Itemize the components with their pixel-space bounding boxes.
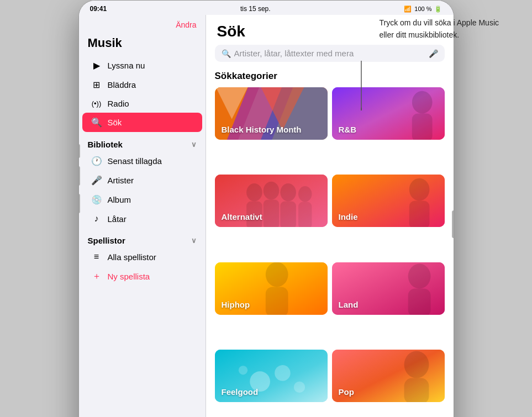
sidebar-item-songs[interactable]: ♪ Låtar bbox=[82, 209, 202, 228]
sidebar-item-listen-now[interactable]: ▶ Lyssna nu bbox=[82, 56, 202, 75]
svg-point-27 bbox=[408, 263, 430, 288]
svg-point-32 bbox=[293, 381, 304, 392]
categories-title: Sökkategorier bbox=[206, 68, 454, 87]
svg-point-24 bbox=[265, 262, 288, 287]
category-card-land[interactable]: Land bbox=[332, 262, 445, 315]
sidebar-item-label: Bläddra bbox=[108, 80, 136, 89]
playlists-chevron-icon: ∨ bbox=[191, 236, 197, 245]
svg-rect-15 bbox=[263, 200, 279, 228]
svg-point-16 bbox=[280, 183, 296, 202]
battery-text: 100 % bbox=[414, 6, 431, 12]
svg-rect-17 bbox=[280, 202, 296, 227]
sidebar-item-new-playlist[interactable]: ＋ Ny spellista bbox=[82, 266, 202, 287]
albums-icon: 💿 bbox=[91, 194, 102, 205]
app-container: Ändra Musik ▶ Lyssna nu ⊞ Bläddra (•)) R… bbox=[79, 15, 454, 417]
svg-rect-22 bbox=[409, 201, 429, 228]
tooltip-text2: eller ditt musikbibliotek. bbox=[379, 30, 459, 39]
sidebar-item-radio[interactable]: (•)) Radio bbox=[82, 94, 202, 113]
status-right: 📶 100 % 🔋 bbox=[404, 6, 442, 13]
power-button[interactable] bbox=[452, 210, 454, 238]
library-chevron-icon: ∨ bbox=[191, 140, 197, 149]
sidebar-item-search[interactable]: 🔍 Sök bbox=[82, 113, 202, 132]
tooltip-text: Tryck om du vill söka i Apple Music bbox=[379, 18, 499, 27]
status-time: 09:41 bbox=[90, 5, 107, 13]
battery-icon: 🔋 bbox=[434, 6, 442, 13]
sidebar-title: Musik bbox=[79, 34, 206, 56]
svg-point-31 bbox=[275, 365, 291, 381]
sidebar-item-recently-added[interactable]: 🕐 Senast tillagda bbox=[82, 151, 202, 171]
category-card-rnb[interactable]: R&B bbox=[332, 87, 445, 140]
svg-rect-36 bbox=[404, 378, 429, 402]
library-section-header[interactable]: Bibliotek ∨ bbox=[79, 132, 206, 151]
svg-point-21 bbox=[409, 178, 429, 201]
svg-point-12 bbox=[246, 183, 262, 202]
sidebar-item-albums[interactable]: 💿 Album bbox=[82, 190, 202, 209]
sidebar-item-label: Låtar bbox=[108, 214, 127, 224]
volume-down-button[interactable] bbox=[78, 194, 80, 213]
sidebar-item-label: Senast tillagda bbox=[108, 156, 162, 166]
playlists-section-header[interactable]: Spellistor ∨ bbox=[79, 228, 206, 247]
radio-icon: (•)) bbox=[91, 99, 102, 108]
all-playlists-icon: ≡ bbox=[91, 252, 102, 262]
sidebar-item-label: Album bbox=[108, 195, 131, 204]
sidebar: Ändra Musik ▶ Lyssna nu ⊞ Bläddra (•)) R… bbox=[79, 15, 206, 417]
category-label: Feelgood bbox=[222, 387, 259, 397]
category-label: Black History Month bbox=[222, 125, 302, 134]
svg-point-18 bbox=[298, 186, 311, 202]
category-label: R&B bbox=[339, 125, 357, 134]
svg-rect-25 bbox=[265, 287, 288, 315]
status-date: tis 15 sep. bbox=[240, 5, 271, 13]
sidebar-item-label: Alla spellistor bbox=[108, 252, 156, 262]
category-card-hiphop[interactable]: Hiphop bbox=[215, 262, 328, 315]
playlists-title: Spellistor bbox=[88, 236, 125, 245]
category-label: Indie bbox=[339, 212, 358, 221]
sidebar-item-all-playlists[interactable]: ≡ Alla spellistor bbox=[82, 247, 202, 266]
svg-rect-10 bbox=[412, 114, 432, 140]
main-content: Sök 🔍 🎤 Sökkategorier bbox=[206, 15, 454, 417]
sidebar-item-label: Artister bbox=[108, 176, 134, 185]
recently-added-icon: 🕐 bbox=[91, 156, 102, 166]
category-label: Pop bbox=[339, 387, 354, 397]
svg-point-9 bbox=[412, 91, 432, 114]
category-card-alternativt[interactable]: Alternativt bbox=[215, 175, 328, 227]
svg-point-33 bbox=[238, 366, 247, 374]
category-card-feelgood[interactable]: Feelgood bbox=[215, 350, 328, 402]
sidebar-item-label: Radio bbox=[108, 99, 129, 108]
sidebar-item-label: Sök bbox=[108, 118, 122, 127]
search-icon: 🔍 bbox=[222, 49, 231, 58]
categories-grid: Black History Month bbox=[206, 87, 454, 417]
category-label: Hiphop bbox=[222, 300, 250, 309]
category-card-black-history[interactable]: Black History Month bbox=[215, 87, 328, 140]
browse-icon: ⊞ bbox=[91, 80, 102, 90]
search-bar[interactable]: 🔍 🎤 bbox=[215, 45, 445, 62]
sidebar-item-label: Lyssna nu bbox=[108, 61, 145, 70]
svg-point-14 bbox=[263, 182, 279, 200]
svg-point-1 bbox=[361, 108, 362, 110]
library-title: Bibliotek bbox=[88, 140, 123, 149]
songs-icon: ♪ bbox=[91, 214, 102, 224]
search-nav-icon: 🔍 bbox=[91, 117, 102, 128]
volume-up-button[interactable] bbox=[78, 166, 80, 186]
microphone-icon[interactable]: 🎤 bbox=[429, 49, 438, 58]
new-playlist-icon: ＋ bbox=[91, 271, 102, 282]
sidebar-item-artists[interactable]: 🎤 Artister bbox=[82, 171, 202, 190]
listen-now-icon: ▶ bbox=[91, 60, 102, 71]
svg-rect-19 bbox=[298, 202, 311, 227]
status-bar: 09:41 tis 15 sep. 📶 100 % 🔋 bbox=[79, 1, 454, 15]
category-label: Land bbox=[339, 300, 359, 309]
category-card-pop[interactable]: Pop bbox=[332, 350, 445, 402]
sidebar-item-browse[interactable]: ⊞ Bläddra bbox=[82, 75, 202, 94]
category-card-indie[interactable]: Indie bbox=[332, 175, 445, 227]
search-input[interactable] bbox=[234, 49, 425, 58]
edit-button[interactable]: Ändra bbox=[79, 20, 206, 34]
artists-icon: 🎤 bbox=[91, 175, 102, 186]
svg-point-35 bbox=[404, 351, 429, 378]
wifi-icon: 📶 bbox=[404, 6, 412, 13]
category-label: Alternativt bbox=[222, 212, 262, 221]
svg-rect-28 bbox=[408, 288, 430, 315]
mute-button[interactable] bbox=[78, 144, 80, 158]
sidebar-item-label: Ny spellista bbox=[108, 272, 150, 281]
